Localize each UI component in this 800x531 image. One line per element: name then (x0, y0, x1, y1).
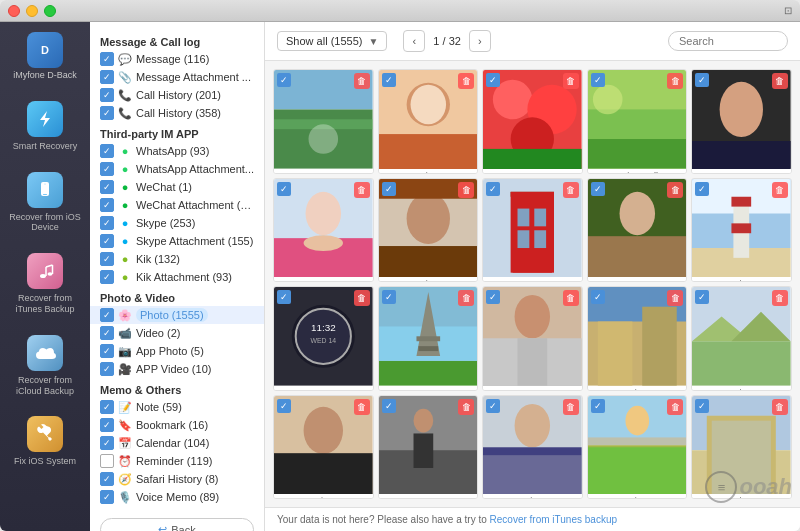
check-call1[interactable]: ✓ (100, 88, 114, 102)
photo-delete-button[interactable]: 🗑 (563, 290, 579, 306)
photo-checkbox[interactable]: ✓ (486, 182, 500, 196)
photo-item[interactable]: ✓🗑IMG_0012.JPG (691, 69, 792, 174)
category-item-wechat-attach[interactable]: ✓ ● WeChat Attachment (20) (90, 196, 264, 214)
photo-delete-button[interactable]: 🗑 (667, 290, 683, 306)
photo-delete-button[interactable]: 🗑 (772, 399, 788, 415)
photo-delete-button[interactable]: 🗑 (458, 182, 474, 198)
category-item-skype[interactable]: ✓ ● Skype (253) (90, 214, 264, 232)
check-skype-attach[interactable]: ✓ (100, 234, 114, 248)
photo-delete-button[interactable]: 🗑 (354, 290, 370, 306)
photo-checkbox[interactable]: ✓ (277, 399, 291, 413)
photo-checkbox[interactable]: ✓ (486, 399, 500, 413)
photo-delete-button[interactable]: 🗑 (354, 182, 370, 198)
prev-page-button[interactable]: ‹ (403, 30, 425, 52)
photo-delete-button[interactable]: 🗑 (354, 399, 370, 415)
photo-item[interactable]: ✓🗑IMG_0001.JPG (482, 178, 583, 283)
photo-checkbox[interactable]: ✓ (277, 290, 291, 304)
photo-item[interactable]: ✓🗑IMG_0011.JPG (378, 395, 479, 500)
maximize-button[interactable] (44, 5, 56, 17)
photo-checkbox[interactable]: ✓ (695, 290, 709, 304)
back-button[interactable]: ↩ Back (100, 518, 254, 531)
recover-itunes-link[interactable]: Recover from iTunes backup (490, 514, 617, 525)
category-item-reminder[interactable]: ⏰ Reminder (119) (90, 452, 264, 470)
photo-item[interactable]: ✓🗑IMG_0004.JPG (587, 178, 688, 283)
photo-delete-button[interactable]: 🗑 (563, 73, 579, 89)
photo-item[interactable]: ✓🗑5.jpg (691, 286, 792, 391)
photo-item[interactable]: ✓🗑IMG_0010.JPG (482, 69, 583, 174)
photo-checkbox[interactable]: ✓ (382, 290, 396, 304)
show-all-dropdown[interactable]: Show all (1555) ▼ (277, 31, 387, 51)
check-wechat[interactable]: ✓ (100, 180, 114, 194)
check-whatsapp[interactable]: ✓ (100, 144, 114, 158)
photo-delete-button[interactable]: 🗑 (772, 182, 788, 198)
category-item-calendar[interactable]: ✓ 📅 Calendar (104) (90, 434, 264, 452)
check-msg-attach[interactable]: ✓ (100, 70, 114, 84)
minimize-button[interactable] (26, 5, 38, 17)
category-item-call-history-2[interactable]: ✓ 📞 Call History (358) (90, 104, 264, 122)
photo-delete-button[interactable]: 🗑 (667, 73, 683, 89)
check-voice-memo[interactable]: ✓ (100, 490, 114, 504)
photo-checkbox[interactable]: ✓ (695, 182, 709, 196)
photo-delete-button[interactable]: 🗑 (563, 399, 579, 415)
photo-checkbox[interactable]: ✓ (382, 399, 396, 413)
search-input[interactable] (668, 31, 788, 51)
category-item-app-video[interactable]: ✓ 🎥 APP Video (10) (90, 360, 264, 378)
check-video[interactable]: ✓ (100, 326, 114, 340)
photo-item[interactable]: ✓🗑9.jpg (691, 395, 792, 500)
close-button[interactable] (8, 5, 20, 17)
photo-item[interactable]: ✓🗑1.jpg (378, 69, 479, 174)
check-calendar[interactable]: ✓ (100, 436, 114, 450)
photo-delete-button[interactable]: 🗑 (667, 182, 683, 198)
photo-item[interactable]: ✓🗑IMG_0003.JPG (273, 69, 374, 174)
check-bookmark[interactable]: ✓ (100, 418, 114, 432)
check-app-video[interactable]: ✓ (100, 362, 114, 376)
check-reminder[interactable] (100, 454, 114, 468)
check-note[interactable]: ✓ (100, 400, 114, 414)
category-item-bookmark[interactable]: ✓ 🔖 Bookmark (16) (90, 416, 264, 434)
category-item-msg-attach[interactable]: ✓ 📎 Message Attachment ... (90, 68, 264, 86)
category-item-app-photo[interactable]: ✓ 📷 App Photo (5) (90, 342, 264, 360)
check-whatsapp-attach[interactable]: ✓ (100, 162, 114, 176)
category-item-kik[interactable]: ✓ ● Kik (132) (90, 250, 264, 268)
check-photo[interactable]: ✓ (100, 308, 114, 322)
photo-item[interactable]: ✓🗑PreviewWell... (587, 69, 688, 174)
category-item-note[interactable]: ✓ 📝 Note (59) (90, 398, 264, 416)
check-kik-attach[interactable]: ✓ (100, 270, 114, 284)
next-page-button[interactable]: › (469, 30, 491, 52)
photo-delete-button[interactable]: 🗑 (772, 290, 788, 306)
check-skype[interactable]: ✓ (100, 216, 114, 230)
photo-item[interactable]: ✓🗑IMG_0007.JPG (378, 286, 479, 391)
photo-checkbox[interactable]: ✓ (382, 182, 396, 196)
category-item-call-history-1[interactable]: ✓ 📞 Call History (201) (90, 86, 264, 104)
category-item-photo[interactable]: ✓ 🌸 Photo (1555) (90, 306, 264, 324)
category-item-wechat[interactable]: ✓ ● WeChat (1) (90, 178, 264, 196)
category-item-safari[interactable]: ✓ 🧭 Safari History (8) (90, 470, 264, 488)
photo-delete-button[interactable]: 🗑 (458, 73, 474, 89)
photo-checkbox[interactable]: ✓ (695, 399, 709, 413)
sidebar-item-smart-recovery[interactable]: Smart Recovery (5, 93, 85, 160)
photo-delete-button[interactable]: 🗑 (458, 399, 474, 415)
category-item-kik-attach[interactable]: ✓ ● Kik Attachment (93) (90, 268, 264, 286)
category-item-whatsapp-attach[interactable]: ✓ ● WhatsApp Attachment... (90, 160, 264, 178)
category-item-whatsapp[interactable]: ✓ ● WhatsApp (93) (90, 142, 264, 160)
photo-checkbox[interactable]: ✓ (695, 73, 709, 87)
category-item-voice-memo[interactable]: ✓ 🎙️ Voice Memo (89) (90, 488, 264, 506)
sidebar-item-recover-icloud[interactable]: Recover from iCloud Backup (5, 327, 85, 405)
photo-checkbox[interactable]: ✓ (382, 73, 396, 87)
check-safari[interactable]: ✓ (100, 472, 114, 486)
check-kik[interactable]: ✓ (100, 252, 114, 266)
photo-item[interactable]: ✓🗑IMG_0005.JPG (482, 286, 583, 391)
photo-item[interactable]: ✓🗑7.jpg (482, 395, 583, 500)
sidebar-item-fix-ios[interactable]: Fix iOS System (5, 408, 85, 475)
photo-delete-button[interactable]: 🗑 (563, 182, 579, 198)
check-call2[interactable]: ✓ (100, 106, 114, 120)
photo-checkbox[interactable]: ✓ (591, 73, 605, 87)
photo-checkbox[interactable]: ✓ (591, 182, 605, 196)
category-item-message[interactable]: ✓ 💬 Message (116) (90, 50, 264, 68)
photo-delete-button[interactable]: 🗑 (667, 399, 683, 415)
photo-checkbox[interactable]: ✓ (486, 73, 500, 87)
check-app-photo[interactable]: ✓ (100, 344, 114, 358)
photo-item[interactable]: ✓🗑3.jpg (691, 178, 792, 283)
photo-item[interactable]: ✓🗑2.jpg (378, 178, 479, 283)
photo-checkbox[interactable]: ✓ (486, 290, 500, 304)
